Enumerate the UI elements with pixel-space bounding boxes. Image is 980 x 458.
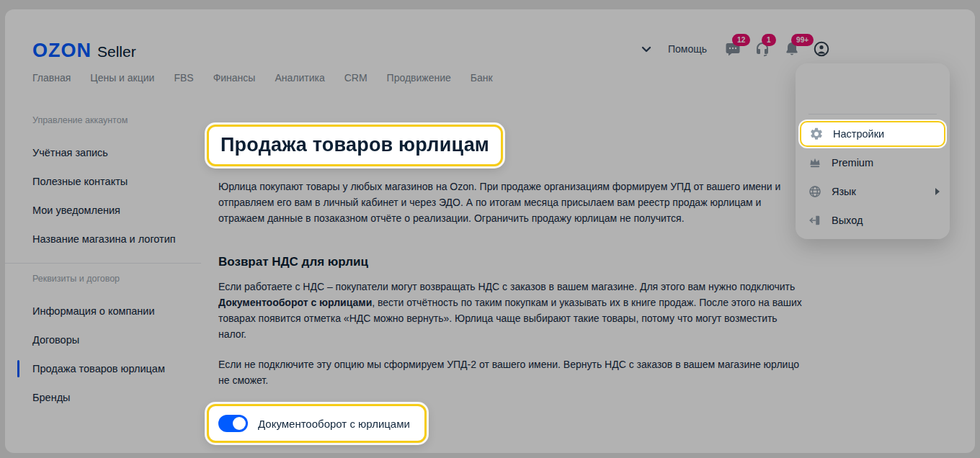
menu-item-logout[interactable]: Выход — [796, 206, 950, 235]
menu-item-logout-label: Выход — [832, 215, 863, 226]
sidebar-item-account[interactable]: Учётная запись — [5, 138, 201, 167]
nav-item-tseny-i-aktsii[interactable]: Цены и акции — [90, 72, 154, 84]
sidebar-divider — [5, 263, 201, 264]
sidebar-item-shop-name[interactable]: Название магазина и логотип — [5, 225, 201, 253]
page-title: Продажа товаров юрлицам — [220, 134, 489, 156]
menu-divider — [808, 114, 937, 114]
menu-item-premium-label: Premium — [832, 157, 873, 169]
submenu-arrow-icon — [935, 188, 940, 195]
sidebar-item-notifications[interactable]: Мои уведомления — [5, 196, 201, 225]
nav-item-crm[interactable]: CRM — [344, 72, 368, 84]
seller-page: OZON Seller Помощь 12 1 99+ Главная Цены… — [5, 9, 975, 453]
sidebar-section-requisites: Реквизиты и договор — [5, 269, 201, 288]
vat-paragraph-2: Если не подключите эту опцию мы сформиру… — [218, 356, 803, 388]
logo-seller-text: Seller — [97, 43, 136, 60]
ozon-seller-logo: OZON Seller — [32, 40, 136, 62]
menu-item-settings[interactable]: Настройки — [800, 121, 945, 147]
nav-item-analitika[interactable]: Аналитика — [275, 72, 324, 84]
sidebar-section-account: Управление аккаунтом — [5, 111, 201, 130]
logo-ozon-text: OZON — [32, 40, 92, 62]
gear-icon — [809, 127, 824, 141]
settings-sidebar: Управление аккаунтом Учётная запись Поле… — [5, 111, 201, 412]
avatar-icon[interactable] — [812, 40, 831, 58]
edo-toggle-label: Документооборот с юрлицами — [258, 418, 410, 430]
main-content: Продажа товаров юрлицам Юрлица покупают … — [207, 125, 812, 443]
user-dropdown-menu: Настройки Premium Язык Выход — [796, 63, 950, 239]
menu-item-settings-label: Настройки — [833, 128, 884, 140]
sidebar-item-contacts[interactable]: Полезные контакты — [5, 167, 201, 196]
nav-item-prodvizhenie[interactable]: Продвижение — [387, 72, 451, 84]
menu-item-premium[interactable]: Premium — [796, 148, 950, 177]
help-link[interactable]: Помощь — [668, 43, 707, 55]
sidebar-item-company-info[interactable]: Информация о компании — [5, 297, 201, 325]
chevron-down-icon[interactable] — [637, 40, 656, 58]
vat-p1-before: Если работаете с НДС – покупатели могут … — [218, 281, 795, 292]
top-navigation: Главная Цены и акции FBS Финансы Аналити… — [32, 72, 493, 84]
nav-item-bank[interactable]: Банк — [471, 72, 493, 84]
chat-icon[interactable]: 12 — [723, 40, 742, 58]
support-headset-icon[interactable]: 1 — [753, 40, 772, 58]
nav-item-fbs[interactable]: FBS — [174, 72, 193, 84]
sidebar-item-b2b-sales[interactable]: Продажа товаров юрлицам — [5, 354, 201, 383]
crown-icon — [808, 156, 822, 170]
page-title-highlight: Продажа товаров юрлицам — [207, 125, 503, 166]
chat-badge: 12 — [732, 34, 750, 46]
notifications-bell-icon[interactable]: 99+ — [783, 40, 801, 58]
sidebar-item-brands[interactable]: Бренды — [5, 383, 201, 412]
vat-section-heading: Возврат НДС для юрлиц — [218, 255, 812, 269]
globe-icon — [808, 184, 822, 199]
intro-paragraph: Юрлица покупают товары у любых магазинов… — [218, 179, 803, 226]
nav-item-glavnaya[interactable]: Главная — [32, 72, 71, 84]
support-badge: 1 — [762, 34, 776, 46]
header-actions: Помощь 12 1 99+ — [637, 40, 831, 58]
menu-item-language[interactable]: Язык — [796, 177, 950, 206]
sidebar-item-contracts[interactable]: Договоры — [5, 325, 201, 354]
nav-item-finansy[interactable]: Финансы — [213, 72, 256, 84]
vat-paragraph-1: Если работаете с НДС – покупатели могут … — [218, 279, 803, 342]
notifications-badge: 99+ — [791, 34, 814, 46]
logout-icon — [808, 213, 822, 228]
edo-toggle-switch[interactable] — [218, 415, 248, 432]
menu-item-language-label: Язык — [832, 186, 926, 197]
edo-toggle-highlight: Документооборот с юрлицами — [207, 404, 427, 443]
vat-p1-bold: Документооборот с юрлицами — [218, 297, 372, 308]
